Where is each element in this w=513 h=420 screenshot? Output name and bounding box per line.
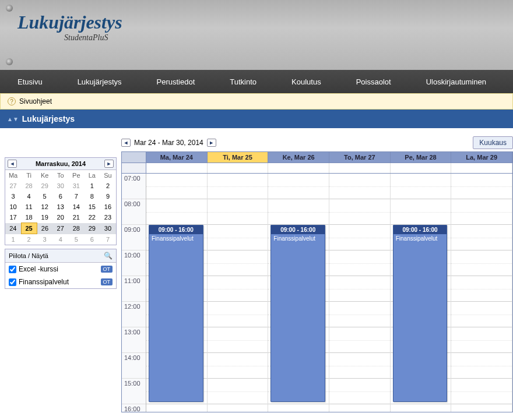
mini-cal-day[interactable]: 26 — [37, 223, 52, 234]
allday-cell[interactable] — [268, 163, 329, 173]
month-view-button[interactable]: Kuukaus — [473, 136, 513, 149]
allday-cell[interactable] — [208, 163, 269, 173]
mini-cal-day[interactable]: 27 — [5, 181, 21, 191]
time-label: 12:00 — [122, 302, 146, 327]
week-prev[interactable]: ◄ — [121, 139, 131, 147]
allday-cell[interactable] — [451, 163, 512, 173]
day-column[interactable]: 09:00 - 16:00Finanssipalvelut — [391, 174, 452, 412]
filter-checkbox[interactable] — [9, 278, 16, 286]
day-header[interactable]: Ma, Mar 24 — [146, 152, 208, 163]
mini-cal-day[interactable]: 11 — [21, 202, 37, 212]
mini-cal-day[interactable]: 25 — [21, 223, 37, 234]
nav-item[interactable]: Etusivu — [0, 77, 60, 86]
calendar-event[interactable]: 09:00 - 16:00Finanssipalvelut — [393, 225, 448, 402]
mini-cal-next[interactable]: ► — [104, 160, 114, 168]
screw-decoration — [6, 58, 13, 65]
event-title: Finanssipalvelut — [271, 234, 325, 243]
mini-cal-day[interactable]: 20 — [52, 212, 68, 223]
help-bar[interactable]: ? Sivuohjeet — [0, 93, 513, 110]
mini-dow: Ke — [37, 170, 52, 181]
panel-header[interactable]: ▲▼ Lukujärjestys — [0, 110, 513, 128]
mini-cal-day[interactable]: 9 — [100, 191, 115, 202]
mini-cal-day[interactable]: 5 — [68, 234, 84, 245]
mini-cal-day[interactable]: 29 — [84, 223, 100, 234]
nav-item[interactable]: Perustiedot — [139, 77, 213, 86]
mini-cal-day[interactable]: 30 — [100, 223, 115, 234]
mini-cal-day[interactable]: 18 — [21, 212, 37, 223]
mini-cal-day[interactable]: 1 — [84, 181, 100, 191]
day-header[interactable]: Pe, Mar 28 — [391, 152, 452, 163]
filter-item[interactable]: Finanssipalvelut — [9, 278, 69, 286]
mini-cal-day[interactable]: 3 — [37, 234, 52, 245]
nav-item[interactable]: Lukujärjestys — [60, 77, 139, 86]
event-time: 09:00 - 16:00 — [149, 225, 203, 234]
mini-cal-day[interactable]: 6 — [52, 191, 68, 202]
mini-cal-day[interactable]: 8 — [84, 191, 100, 202]
allday-cell[interactable] — [329, 163, 391, 173]
nav-item[interactable]: Uloskirjautuminen — [409, 77, 504, 86]
mini-cal-day[interactable]: 23 — [100, 212, 115, 223]
mini-cal-day[interactable]: 7 — [100, 234, 115, 245]
allday-cell[interactable] — [391, 163, 452, 173]
main-nav: EtusivuLukujärjestysPerustiedotTutkintoK… — [0, 70, 513, 93]
mini-cal-day[interactable]: 28 — [68, 223, 84, 234]
filter-checkbox[interactable] — [9, 266, 16, 273]
calendar-event[interactable]: 09:00 - 16:00Finanssipalvelut — [149, 225, 203, 402]
mini-cal-day[interactable]: 22 — [84, 212, 100, 223]
mini-cal-day[interactable]: 12 — [37, 202, 52, 212]
mini-cal-day[interactable]: 1 — [5, 234, 21, 245]
mini-cal-day[interactable]: 14 — [68, 202, 84, 212]
mini-cal-day[interactable]: 10 — [5, 202, 21, 212]
event-time: 09:00 - 16:00 — [393, 225, 447, 234]
mini-cal-day[interactable]: 28 — [21, 181, 37, 191]
mini-cal-day[interactable]: 31 — [68, 181, 84, 191]
mini-dow: Pe — [68, 170, 84, 181]
time-label: 09:00 — [122, 225, 146, 250]
mini-cal-day[interactable]: 4 — [21, 191, 37, 202]
time-label: 10:00 — [122, 250, 146, 276]
nav-item[interactable]: Poissaolot — [339, 77, 409, 86]
filter-item[interactable]: Excel -kurssi — [9, 265, 58, 273]
filter-panel: Piilota / Näytä 🔍 Excel -kurssiOTFinanss… — [5, 249, 117, 289]
mini-cal-day[interactable]: 4 — [52, 234, 68, 245]
mini-cal-day[interactable]: 2 — [21, 234, 37, 245]
mini-cal-day[interactable]: 6 — [84, 234, 100, 245]
day-header[interactable]: Ke, Mar 26 — [268, 152, 329, 163]
mini-cal-day[interactable]: 15 — [84, 202, 100, 212]
time-label: 07:00 — [122, 174, 146, 199]
mini-cal-month[interactable]: Marraskuu, 2014 — [36, 160, 86, 167]
app-header: Lukujärjestys StudentaPluS — [0, 0, 513, 70]
day-column[interactable] — [208, 174, 269, 412]
mini-cal-day[interactable]: 17 — [5, 212, 21, 223]
day-header[interactable]: To, Mar 27 — [329, 152, 391, 163]
day-header[interactable]: Ti, Mar 25 — [208, 152, 269, 163]
nav-item[interactable]: Tutkinto — [212, 77, 274, 86]
allday-cell[interactable] — [146, 163, 208, 173]
mini-cal-day[interactable]: 19 — [37, 212, 52, 223]
mini-cal-day[interactable]: 13 — [52, 202, 68, 212]
mini-cal-prev[interactable]: ◄ — [8, 160, 17, 168]
mini-cal-day[interactable]: 27 — [52, 223, 68, 234]
app-title: Lukujärjestys — [17, 12, 496, 33]
search-icon[interactable]: 🔍 — [104, 252, 113, 260]
day-column[interactable] — [329, 174, 391, 412]
screw-decoration — [6, 5, 13, 12]
mini-cal-day[interactable]: 21 — [68, 212, 84, 223]
mini-cal-day[interactable]: 16 — [100, 202, 115, 212]
calendar-event[interactable]: 09:00 - 16:00Finanssipalvelut — [270, 225, 325, 402]
mini-cal-day[interactable]: 24 — [5, 223, 21, 234]
mini-cal-day[interactable]: 29 — [37, 181, 52, 191]
day-column[interactable]: 09:00 - 16:00Finanssipalvelut — [268, 174, 329, 412]
time-label: 16:00 — [122, 404, 146, 412]
week-next[interactable]: ► — [207, 139, 216, 147]
nav-item[interactable]: Koulutus — [274, 77, 339, 86]
day-column[interactable]: 09:00 - 16:00Finanssipalvelut — [146, 174, 208, 412]
mini-cal-day[interactable]: 3 — [5, 191, 21, 202]
mini-cal-day[interactable]: 30 — [52, 181, 68, 191]
time-label: 15:00 — [122, 379, 146, 404]
day-column[interactable] — [451, 174, 512, 412]
mini-cal-day[interactable]: 2 — [100, 181, 115, 191]
day-header[interactable]: La, Mar 29 — [451, 152, 512, 163]
mini-cal-day[interactable]: 5 — [37, 191, 52, 202]
mini-cal-day[interactable]: 7 — [68, 191, 84, 202]
